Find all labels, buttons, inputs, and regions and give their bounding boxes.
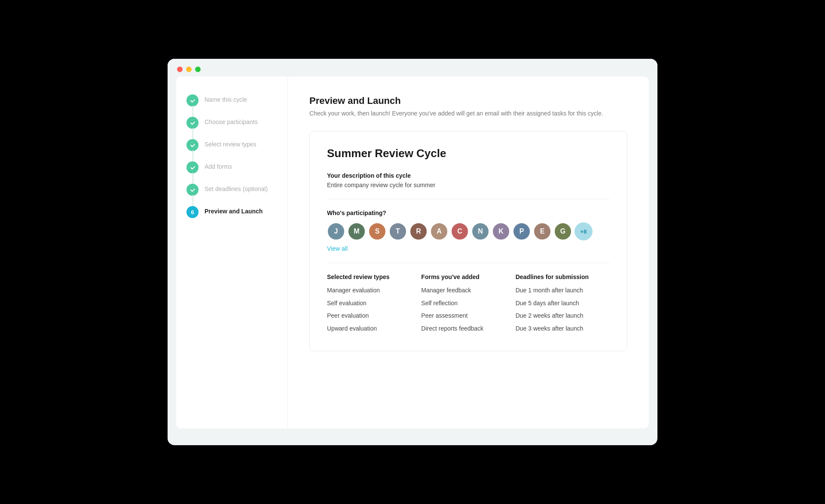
step-icon-4 — [186, 161, 199, 173]
form-item: Peer assessment — [421, 312, 515, 320]
description-value: Entire company review cycle for summer — [327, 182, 610, 188]
deadlines-col: Deadlines for submission Due 1 month aft… — [516, 273, 610, 337]
avatar: S — [368, 222, 386, 240]
deadline-item: Due 3 weeks after launch — [516, 325, 610, 333]
cycle-name: Summer Review Cycle — [327, 147, 610, 160]
avatar: R — [409, 222, 428, 240]
step-icon-1 — [186, 94, 199, 106]
step-item-5[interactable]: Set deadlines (optional) — [186, 183, 277, 205]
avatar: J — [327, 222, 345, 240]
step-label-5: Set deadlines (optional) — [205, 183, 268, 193]
review-type-item: Self evaluation — [327, 299, 421, 308]
avatar: K — [492, 222, 510, 240]
deadlines-header: Deadlines for submission — [516, 273, 610, 280]
forms-header: Forms you've added — [421, 273, 515, 280]
forms-list: Manager feedbackSelf reflectionPeer asse… — [421, 286, 515, 333]
review-types-col: Selected review types Manager evaluation… — [327, 273, 421, 337]
description-label: Your description of this cycle — [327, 172, 610, 179]
app-window: Name this cycleChoose participantsSelect… — [168, 59, 657, 445]
step-label-3: Select review types — [205, 138, 257, 148]
preview-card: Summer Review Cycle Your description of … — [309, 131, 627, 351]
divider-1 — [327, 199, 610, 199]
review-details-grid: Selected review types Manager evaluation… — [327, 273, 610, 337]
step-label-6: Preview and Launch — [205, 205, 263, 215]
avatar: P — [513, 222, 531, 240]
review-type-item: Upward evaluation — [327, 325, 421, 333]
step-icon-3 — [186, 139, 199, 151]
step-icon-5 — [186, 184, 199, 196]
avatars-row: JMSTRACNKPEG+8 — [327, 222, 610, 240]
participating-label: Who's participating? — [327, 209, 610, 216]
step-item-3[interactable]: Select review types — [186, 138, 277, 161]
divider-2 — [327, 263, 610, 263]
deadline-item: Due 1 month after launch — [516, 286, 610, 295]
view-all-link[interactable]: View all — [327, 245, 348, 252]
step-icon-6: 6 — [186, 206, 199, 218]
review-type-item: Peer evaluation — [327, 312, 421, 320]
minimize-dot[interactable] — [186, 67, 192, 72]
step-item-1[interactable]: Name this cycle — [186, 94, 277, 116]
step-label-2: Choose participants — [205, 116, 258, 126]
avatar-more-badge[interactable]: +8 — [574, 222, 593, 240]
avatar: E — [533, 222, 551, 240]
review-type-item: Manager evaluation — [327, 286, 421, 295]
main-content: Preview and Launch Check your work, then… — [288, 76, 649, 428]
sidebar: Name this cycleChoose participantsSelect… — [176, 76, 288, 428]
deadline-item: Due 2 weeks after launch — [516, 312, 610, 320]
forms-col: Forms you've added Manager feedbackSelf … — [421, 273, 515, 337]
avatar: N — [471, 222, 489, 240]
avatar: T — [389, 222, 407, 240]
deadlines-list: Due 1 month after launchDue 5 days after… — [516, 286, 610, 333]
avatar: A — [430, 222, 448, 240]
form-item: Direct reports feedback — [421, 325, 515, 333]
page-subtitle: Check your work, then launch! Everyone y… — [309, 109, 627, 118]
step-label-1: Name this cycle — [205, 94, 247, 103]
content-area: Name this cycleChoose participantsSelect… — [176, 76, 649, 428]
step-label-4: Add forms — [205, 161, 232, 170]
step-item-4[interactable]: Add forms — [186, 161, 277, 183]
deadline-item: Due 5 days after launch — [516, 299, 610, 308]
avatar: C — [451, 222, 469, 240]
step-item-2[interactable]: Choose participants — [186, 116, 277, 138]
title-bar — [168, 59, 657, 76]
avatar: G — [554, 222, 572, 240]
close-dot[interactable] — [177, 67, 183, 72]
maximize-dot[interactable] — [195, 67, 201, 72]
step-list: Name this cycleChoose participantsSelect… — [186, 94, 277, 228]
form-item: Self reflection — [421, 299, 515, 308]
avatar: M — [348, 222, 366, 240]
review-types-list: Manager evaluationSelf evaluationPeer ev… — [327, 286, 421, 333]
form-item: Manager feedback — [421, 286, 515, 295]
step-icon-2 — [186, 117, 199, 129]
step-item-6: 6Preview and Launch — [186, 205, 277, 228]
page-title: Preview and Launch — [309, 95, 627, 106]
review-types-header: Selected review types — [327, 273, 421, 280]
